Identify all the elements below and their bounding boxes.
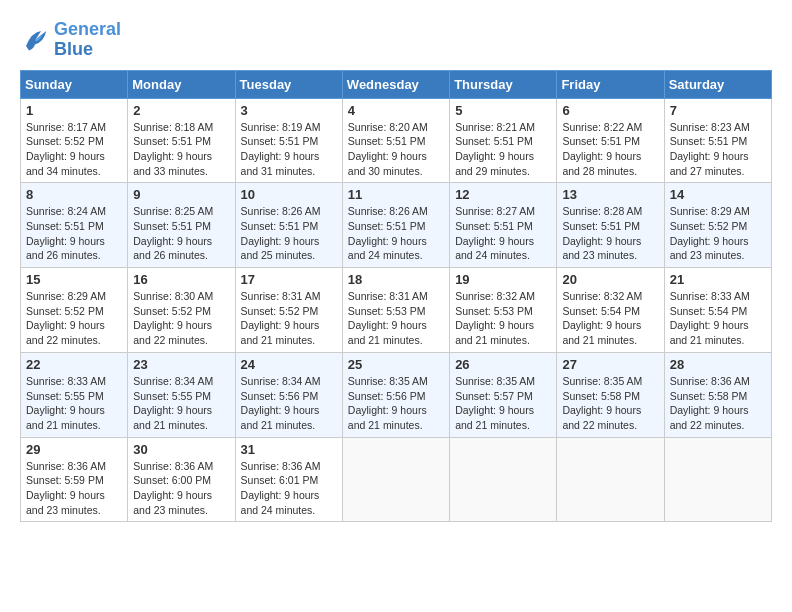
calendar-cell: 16 Sunrise: 8:30 AM Sunset: 5:52 PM Dayl…	[128, 268, 235, 353]
calendar-cell: 23 Sunrise: 8:34 AM Sunset: 5:55 PM Dayl…	[128, 352, 235, 437]
day-number: 8	[26, 187, 122, 202]
calendar-cell: 8 Sunrise: 8:24 AM Sunset: 5:51 PM Dayli…	[21, 183, 128, 268]
cell-content: Sunrise: 8:23 AM Sunset: 5:51 PM Dayligh…	[670, 120, 766, 179]
day-number: 10	[241, 187, 337, 202]
calendar-cell: 30 Sunrise: 8:36 AM Sunset: 6:00 PM Dayl…	[128, 437, 235, 522]
header: General Blue	[20, 20, 772, 60]
calendar-cell: 2 Sunrise: 8:18 AM Sunset: 5:51 PM Dayli…	[128, 98, 235, 183]
cell-content: Sunrise: 8:28 AM Sunset: 5:51 PM Dayligh…	[562, 204, 658, 263]
cell-content: Sunrise: 8:36 AM Sunset: 6:01 PM Dayligh…	[241, 459, 337, 518]
cell-content: Sunrise: 8:29 AM Sunset: 5:52 PM Dayligh…	[26, 289, 122, 348]
cell-content: Sunrise: 8:18 AM Sunset: 5:51 PM Dayligh…	[133, 120, 229, 179]
calendar-cell: 27 Sunrise: 8:35 AM Sunset: 5:58 PM Dayl…	[557, 352, 664, 437]
calendar-cell: 22 Sunrise: 8:33 AM Sunset: 5:55 PM Dayl…	[21, 352, 128, 437]
calendar-cell: 25 Sunrise: 8:35 AM Sunset: 5:56 PM Dayl…	[342, 352, 449, 437]
cell-content: Sunrise: 8:24 AM Sunset: 5:51 PM Dayligh…	[26, 204, 122, 263]
calendar-cell: 31 Sunrise: 8:36 AM Sunset: 6:01 PM Dayl…	[235, 437, 342, 522]
calendar-cell: 24 Sunrise: 8:34 AM Sunset: 5:56 PM Dayl…	[235, 352, 342, 437]
day-number: 27	[562, 357, 658, 372]
day-number: 30	[133, 442, 229, 457]
day-number: 2	[133, 103, 229, 118]
logo-text: General Blue	[54, 20, 121, 60]
day-number: 18	[348, 272, 444, 287]
day-number: 14	[670, 187, 766, 202]
calendar-week-row: 29 Sunrise: 8:36 AM Sunset: 5:59 PM Dayl…	[21, 437, 772, 522]
calendar-cell: 3 Sunrise: 8:19 AM Sunset: 5:51 PM Dayli…	[235, 98, 342, 183]
calendar-cell: 13 Sunrise: 8:28 AM Sunset: 5:51 PM Dayl…	[557, 183, 664, 268]
cell-content: Sunrise: 8:34 AM Sunset: 5:55 PM Dayligh…	[133, 374, 229, 433]
calendar-cell	[342, 437, 449, 522]
day-number: 31	[241, 442, 337, 457]
logo-icon	[20, 25, 50, 55]
day-number: 12	[455, 187, 551, 202]
cell-content: Sunrise: 8:35 AM Sunset: 5:56 PM Dayligh…	[348, 374, 444, 433]
cell-content: Sunrise: 8:32 AM Sunset: 5:54 PM Dayligh…	[562, 289, 658, 348]
cell-content: Sunrise: 8:32 AM Sunset: 5:53 PM Dayligh…	[455, 289, 551, 348]
calendar-cell: 6 Sunrise: 8:22 AM Sunset: 5:51 PM Dayli…	[557, 98, 664, 183]
weekday-header: Monday	[128, 70, 235, 98]
cell-content: Sunrise: 8:26 AM Sunset: 5:51 PM Dayligh…	[348, 204, 444, 263]
day-number: 25	[348, 357, 444, 372]
day-number: 17	[241, 272, 337, 287]
day-number: 7	[670, 103, 766, 118]
cell-content: Sunrise: 8:36 AM Sunset: 5:59 PM Dayligh…	[26, 459, 122, 518]
calendar-cell: 10 Sunrise: 8:26 AM Sunset: 5:51 PM Dayl…	[235, 183, 342, 268]
cell-content: Sunrise: 8:20 AM Sunset: 5:51 PM Dayligh…	[348, 120, 444, 179]
calendar-week-row: 22 Sunrise: 8:33 AM Sunset: 5:55 PM Dayl…	[21, 352, 772, 437]
weekday-header: Thursday	[450, 70, 557, 98]
cell-content: Sunrise: 8:19 AM Sunset: 5:51 PM Dayligh…	[241, 120, 337, 179]
calendar-cell: 1 Sunrise: 8:17 AM Sunset: 5:52 PM Dayli…	[21, 98, 128, 183]
calendar-cell: 28 Sunrise: 8:36 AM Sunset: 5:58 PM Dayl…	[664, 352, 771, 437]
cell-content: Sunrise: 8:25 AM Sunset: 5:51 PM Dayligh…	[133, 204, 229, 263]
cell-content: Sunrise: 8:26 AM Sunset: 5:51 PM Dayligh…	[241, 204, 337, 263]
cell-content: Sunrise: 8:36 AM Sunset: 5:58 PM Dayligh…	[670, 374, 766, 433]
cell-content: Sunrise: 8:36 AM Sunset: 6:00 PM Dayligh…	[133, 459, 229, 518]
logo: General Blue	[20, 20, 121, 60]
day-number: 29	[26, 442, 122, 457]
calendar-cell: 12 Sunrise: 8:27 AM Sunset: 5:51 PM Dayl…	[450, 183, 557, 268]
day-number: 13	[562, 187, 658, 202]
calendar-week-row: 8 Sunrise: 8:24 AM Sunset: 5:51 PM Dayli…	[21, 183, 772, 268]
cell-content: Sunrise: 8:33 AM Sunset: 5:55 PM Dayligh…	[26, 374, 122, 433]
day-number: 22	[26, 357, 122, 372]
cell-content: Sunrise: 8:22 AM Sunset: 5:51 PM Dayligh…	[562, 120, 658, 179]
weekday-header: Sunday	[21, 70, 128, 98]
day-number: 26	[455, 357, 551, 372]
calendar-cell	[450, 437, 557, 522]
calendar-cell	[664, 437, 771, 522]
day-number: 15	[26, 272, 122, 287]
cell-content: Sunrise: 8:35 AM Sunset: 5:57 PM Dayligh…	[455, 374, 551, 433]
cell-content: Sunrise: 8:34 AM Sunset: 5:56 PM Dayligh…	[241, 374, 337, 433]
calendar-cell	[557, 437, 664, 522]
cell-content: Sunrise: 8:31 AM Sunset: 5:53 PM Dayligh…	[348, 289, 444, 348]
calendar-cell: 7 Sunrise: 8:23 AM Sunset: 5:51 PM Dayli…	[664, 98, 771, 183]
calendar-cell: 19 Sunrise: 8:32 AM Sunset: 5:53 PM Dayl…	[450, 268, 557, 353]
day-number: 28	[670, 357, 766, 372]
day-number: 9	[133, 187, 229, 202]
day-number: 20	[562, 272, 658, 287]
calendar-cell: 18 Sunrise: 8:31 AM Sunset: 5:53 PM Dayl…	[342, 268, 449, 353]
cell-content: Sunrise: 8:27 AM Sunset: 5:51 PM Dayligh…	[455, 204, 551, 263]
calendar-week-row: 15 Sunrise: 8:29 AM Sunset: 5:52 PM Dayl…	[21, 268, 772, 353]
day-number: 4	[348, 103, 444, 118]
weekday-header: Friday	[557, 70, 664, 98]
day-number: 21	[670, 272, 766, 287]
day-number: 24	[241, 357, 337, 372]
day-number: 3	[241, 103, 337, 118]
day-number: 1	[26, 103, 122, 118]
calendar-table: SundayMondayTuesdayWednesdayThursdayFrid…	[20, 70, 772, 523]
cell-content: Sunrise: 8:30 AM Sunset: 5:52 PM Dayligh…	[133, 289, 229, 348]
weekday-header: Tuesday	[235, 70, 342, 98]
weekday-header: Saturday	[664, 70, 771, 98]
cell-content: Sunrise: 8:31 AM Sunset: 5:52 PM Dayligh…	[241, 289, 337, 348]
calendar-cell: 11 Sunrise: 8:26 AM Sunset: 5:51 PM Dayl…	[342, 183, 449, 268]
calendar-cell: 17 Sunrise: 8:31 AM Sunset: 5:52 PM Dayl…	[235, 268, 342, 353]
weekday-header: Wednesday	[342, 70, 449, 98]
calendar-cell: 26 Sunrise: 8:35 AM Sunset: 5:57 PM Dayl…	[450, 352, 557, 437]
cell-content: Sunrise: 8:35 AM Sunset: 5:58 PM Dayligh…	[562, 374, 658, 433]
calendar-cell: 29 Sunrise: 8:36 AM Sunset: 5:59 PM Dayl…	[21, 437, 128, 522]
cell-content: Sunrise: 8:17 AM Sunset: 5:52 PM Dayligh…	[26, 120, 122, 179]
cell-content: Sunrise: 8:21 AM Sunset: 5:51 PM Dayligh…	[455, 120, 551, 179]
weekday-header-row: SundayMondayTuesdayWednesdayThursdayFrid…	[21, 70, 772, 98]
day-number: 5	[455, 103, 551, 118]
